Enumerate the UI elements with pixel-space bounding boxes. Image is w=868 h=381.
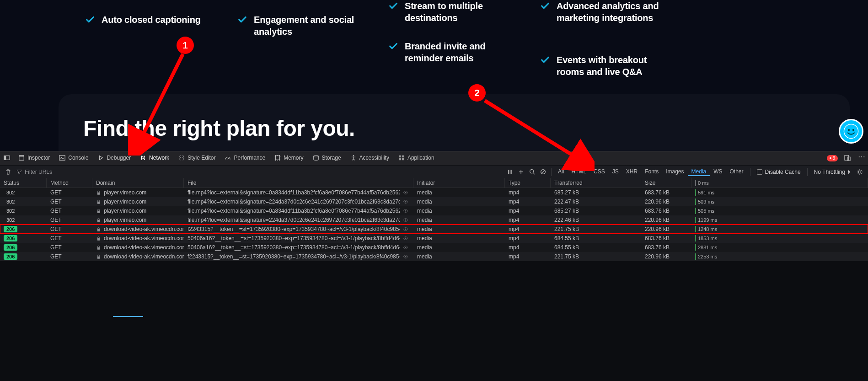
lock-icon (96, 236, 101, 241)
svg-rect-19 (845, 156, 849, 161)
support-chat-button[interactable] (839, 119, 863, 144)
request-row[interactable]: 302 GET player.vimeo.com file.mp4?loc=ex… (0, 188, 868, 197)
svg-point-29 (405, 192, 407, 193)
filter-other[interactable]: Other (726, 167, 747, 176)
cell-size: 683.76 kB (641, 234, 691, 243)
svg-line-4 (136, 54, 183, 148)
feature-text: Auto closed captioning (102, 14, 201, 26)
cell-domain: download-video-ak.vimeocdn.com (92, 234, 184, 243)
eye-icon (403, 199, 408, 204)
cell-domain: player.vimeo.com (92, 197, 184, 206)
col-domain[interactable]: Domain (92, 178, 184, 188)
request-row[interactable]: 302 GET player.vimeo.com file.mp4?loc=ex… (0, 215, 868, 225)
eye-icon (403, 245, 408, 250)
tab-memory[interactable]: Memory (270, 151, 308, 165)
annotation-marker-1: 1 (177, 37, 194, 54)
cell-domain: player.vimeo.com (92, 188, 184, 197)
feature-text: Advanced analytics and marketing integra… (557, 0, 659, 24)
col-status[interactable]: Status (0, 178, 47, 188)
cell-file: file.mp4?loc=external&signature=0a834ddf… (184, 188, 400, 197)
col-file[interactable]: File (184, 178, 413, 188)
filter-js[interactable]: JS (609, 167, 622, 176)
cell-status: 302 (0, 215, 47, 225)
checkbox-icon (757, 169, 762, 175)
feature-text: Engagement and social analytics (254, 14, 356, 38)
cell-method: GET (47, 197, 92, 206)
error-count-badge[interactable]: 6 (827, 155, 838, 161)
settings-button[interactable] (854, 166, 865, 177)
filter-ws[interactable]: WS (710, 167, 726, 176)
check-icon (237, 15, 247, 26)
tab-application[interactable]: Application (394, 151, 439, 165)
tab-performance[interactable]: Performance (220, 151, 270, 165)
table-header: Status Method Domain File Initiator Type… (0, 178, 868, 188)
cell-transferred: 685.27 kB (551, 206, 641, 215)
cell-domain: download-video-ak.vimeocdn.com (92, 243, 184, 252)
request-row[interactable]: 302 GET player.vimeo.com file.mp4?loc=ex… (0, 197, 868, 206)
feature-text: Branded invite and reminder emails (405, 40, 507, 64)
request-row[interactable]: 206 GET download-video-ak.vimeocdn.com f… (0, 225, 868, 234)
funnel-icon (16, 169, 22, 175)
eye-icon (403, 254, 408, 259)
clear-button[interactable] (3, 166, 14, 177)
col-size[interactable]: Size (641, 178, 691, 188)
filter-fonts[interactable]: Fonts (641, 167, 662, 176)
tab-storage[interactable]: Storage (308, 151, 346, 165)
cell-file: 50406a16?__token__=st=1735920380~exp=173… (184, 234, 400, 243)
filter-input[interactable]: Filter URLs (16, 169, 52, 175)
cell-initiator-icon (400, 252, 413, 261)
col-transferred[interactable]: Transferred (551, 178, 641, 188)
check-icon (540, 55, 550, 66)
cell-timing: 505 ms (691, 206, 868, 215)
disable-cache-checkbox[interactable]: Disable Cache (753, 169, 804, 175)
dock-side-button[interactable] (0, 151, 14, 165)
filter-images[interactable]: Images (662, 167, 687, 176)
devtools-options-button[interactable]: ⋯ (854, 155, 868, 162)
svg-line-5 (485, 101, 586, 164)
filter-media[interactable]: Media (688, 167, 710, 176)
cell-initiator: media (413, 188, 505, 197)
cell-method: GET (47, 215, 92, 225)
cell-size: 220.96 kB (641, 215, 691, 225)
col-initiator[interactable]: Initiator (413, 178, 505, 188)
cell-file: file.mp4?loc=external&signature=224da37d… (184, 215, 400, 225)
cell-status: 206 (0, 225, 47, 234)
cell-initiator: media (413, 243, 505, 252)
tab-inspector[interactable]: Inspector (14, 151, 54, 165)
svg-point-31 (405, 201, 407, 203)
request-row[interactable]: 302 GET player.vimeo.com file.mp4?loc=ex… (0, 206, 868, 215)
memory-icon (274, 155, 281, 161)
cell-status: 206 (0, 243, 47, 252)
tab-accessibility[interactable]: Accessibility (346, 151, 394, 165)
request-row[interactable]: 206 GET download-video-ak.vimeocdn.com f… (0, 252, 868, 261)
annotation-marker-2: 2 (468, 84, 486, 102)
cell-initiator-icon (400, 234, 413, 243)
cell-method: GET (47, 188, 92, 197)
check-icon (540, 1, 550, 12)
cell-domain: player.vimeo.com (92, 206, 184, 215)
request-row[interactable]: 206 GET download-video-ak.vimeocdn.com 5… (0, 234, 868, 243)
col-method[interactable]: Method (47, 178, 92, 188)
cell-status: 302 (0, 206, 47, 215)
tab-label: Performance (234, 155, 265, 161)
cell-file: f2243315?__token__=st=1735920380~exp=173… (184, 252, 400, 261)
svg-rect-18 (402, 158, 404, 160)
feature-item: Stream to multiple destinations (388, 0, 507, 24)
tab-console[interactable]: Console (54, 151, 93, 165)
cell-timing: 1199 ms (691, 215, 868, 225)
svg-point-2 (848, 129, 850, 131)
svg-rect-40 (97, 247, 100, 249)
filter-xhr[interactable]: XHR (622, 167, 641, 176)
cell-domain: download-video-ak.vimeocdn.com (92, 225, 184, 234)
tab-label: Accessibility (359, 155, 389, 161)
network-icon (140, 155, 146, 161)
col-type[interactable]: Type (505, 178, 551, 188)
col-timeline[interactable]: 0 ms (691, 178, 868, 188)
cell-status: 302 (0, 188, 47, 197)
request-row[interactable]: 206 GET download-video-ak.vimeocdn.com 5… (0, 243, 868, 252)
eye-icon (403, 217, 408, 223)
table-body[interactable]: 302 GET player.vimeo.com file.mp4?loc=ex… (0, 188, 868, 381)
responsive-design-mode-button[interactable] (841, 155, 854, 162)
feature-item: Auto closed captioning (85, 14, 204, 26)
throttling-select[interactable]: No Throttling ▲▼ (810, 169, 854, 175)
